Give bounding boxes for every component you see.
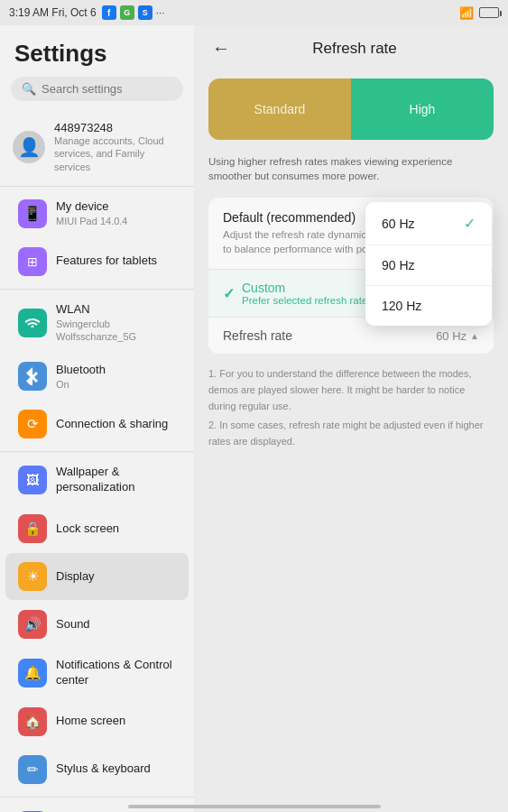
sidebar-item-sound[interactable]: 🔊 Sound xyxy=(5,601,189,648)
wlan-text: WLAN Swingerclub Wolfsschanze_5G xyxy=(56,302,176,343)
top-bar: ← Refresh rate xyxy=(194,25,508,71)
sidebar-item-bluetooth[interactable]: Bluetooth On xyxy=(5,353,189,400)
dropdown-check-icon: ✓ xyxy=(464,215,476,232)
bluetooth-icon xyxy=(18,362,47,391)
rate-description: Using higher refresh rates makes viewing… xyxy=(194,147,508,194)
account-item[interactable]: 👤 448973248 Manage accounts, Cloud servi… xyxy=(0,112,194,182)
sidebar-item-wlan[interactable]: WLAN Swingerclub Wolfsschanze_5G xyxy=(5,293,189,352)
status-right: 📶 xyxy=(459,6,499,20)
dropdown-120hz-label: 120 Hz xyxy=(382,299,421,313)
wifi-icon: 📶 xyxy=(459,6,474,20)
sidebar-item-my-device-text: My device MIUI Pad 14.0.4 xyxy=(56,199,128,227)
home-screen-label: Home screen xyxy=(56,714,125,729)
wlan-label: WLAN xyxy=(56,302,176,318)
facebook-icon: f xyxy=(102,5,116,20)
my-device-sub: MIUI Pad 14.0.4 xyxy=(56,215,128,227)
wallpaper-icon: 🖼 xyxy=(18,466,47,494)
display-label: Display xyxy=(56,569,95,585)
notes-section: 1. For you to understand the difference … xyxy=(194,357,508,458)
home-icon: 🏠 xyxy=(18,707,47,736)
search-input[interactable] xyxy=(42,82,172,96)
connection-icon: ⟳ xyxy=(18,410,47,438)
refresh-rate-row-label: Refresh rate xyxy=(223,328,292,343)
account-text: 448973248 Manage accounts, Cloud service… xyxy=(54,121,181,173)
custom-option-title: Custom xyxy=(242,281,367,295)
dropdown-item-60hz[interactable]: 60 Hz ✓ xyxy=(365,202,492,245)
display-icon: ☀ xyxy=(18,562,47,591)
right-panel: ← Refresh rate Standard High Using highe… xyxy=(194,25,508,812)
sidebar-item-stylus[interactable]: ✏ Stylus & keyboard xyxy=(5,746,189,793)
sound-label: Sound xyxy=(56,617,90,632)
chevron-up-icon: ▲ xyxy=(470,331,479,341)
refresh-rate-dropdown[interactable]: 60 Hz ✓ 90 Hz 120 Hz xyxy=(365,202,492,326)
sidebar-title: Settings xyxy=(0,25,194,77)
battery-icon xyxy=(479,7,499,18)
bluetooth-text: Bluetooth On xyxy=(56,363,106,391)
account-number: 448973248 xyxy=(54,121,181,134)
dropdown-60hz-label: 60 Hz xyxy=(382,217,415,231)
avatar: 👤 xyxy=(13,131,45,163)
refresh-rate-row-value: 60 Hz ▲ xyxy=(436,329,479,343)
divider xyxy=(0,186,194,187)
app-icon: S xyxy=(138,5,152,20)
sidebar-item-connection[interactable]: ⟳ Connection & sharing xyxy=(5,401,189,448)
sidebar-item-home-screen[interactable]: 🏠 Home screen xyxy=(5,698,189,745)
search-icon: 🔍 xyxy=(22,82,36,96)
back-button[interactable]: ← xyxy=(208,34,234,62)
more-icon: ··· xyxy=(156,6,165,19)
custom-check-icon: ✓ xyxy=(223,285,235,302)
rate-high-segment: High xyxy=(351,78,494,140)
page-title: Refresh rate xyxy=(243,40,466,58)
sidebar-item-display[interactable]: ☀ Display xyxy=(5,553,189,600)
rate-high-label: High xyxy=(410,102,436,116)
dropdown-item-90hz[interactable]: 90 Hz xyxy=(365,245,492,286)
refresh-rate-current: 60 Hz xyxy=(436,329,466,343)
sidebar-item-notifications[interactable]: 🔔 Notifications & Control center xyxy=(5,649,189,697)
notifications-icon: 🔔 xyxy=(18,659,47,687)
sidebar-item-lock-screen[interactable]: 🔒 Lock screen xyxy=(5,505,189,552)
status-time: 3:19 AM Fri, Oct 6 xyxy=(9,6,97,19)
wallpaper-label: Wallpaper & personalization xyxy=(56,465,176,495)
wlan-icon xyxy=(18,309,47,337)
wlan-sub: Swingerclub Wolfsschanze_5G xyxy=(56,318,176,344)
sound-icon: 🔊 xyxy=(18,610,47,639)
account-sub: Manage accounts, Cloud services, and Fam… xyxy=(54,134,181,173)
google-icon: G xyxy=(120,5,134,20)
dropdown-90hz-label: 90 Hz xyxy=(382,258,415,272)
my-device-label: My device xyxy=(56,199,128,215)
search-box[interactable]: 🔍 xyxy=(11,77,183,101)
divider3 xyxy=(0,451,194,452)
status-bar: 3:19 AM Fri, Oct 6 f G S ··· 📶 xyxy=(0,0,508,25)
sidebar-item-my-device[interactable]: 📱 My device MIUI Pad 14.0.4 xyxy=(5,190,189,237)
lock-screen-label: Lock screen xyxy=(56,521,119,537)
notifications-label: Notifications & Control center xyxy=(56,658,176,688)
sidebar-item-features-tablets[interactable]: ⊞ Features for tablets xyxy=(5,238,189,285)
features-tablets-label: Features for tablets xyxy=(56,254,157,269)
custom-option-sub: Prefer selected refresh rate xyxy=(242,295,367,306)
rate-standard-segment: Standard xyxy=(208,78,351,140)
rate-standard-label: Standard xyxy=(254,102,306,116)
bluetooth-label: Bluetooth xyxy=(56,363,106,378)
scroll-indicator xyxy=(128,805,381,808)
status-app-icons: f G S ··· xyxy=(102,5,165,20)
features-tablets-icon: ⊞ xyxy=(18,247,47,276)
sidebar-item-wallpaper[interactable]: 🖼 Wallpaper & personalization xyxy=(5,456,189,504)
divider4 xyxy=(0,797,194,798)
stylus-label: Stylus & keyboard xyxy=(56,761,151,777)
dropdown-item-120hz[interactable]: 120 Hz xyxy=(365,286,492,326)
divider2 xyxy=(0,289,194,290)
lock-icon: 🔒 xyxy=(18,514,47,543)
note-2: 2. In some cases, refresh rate might be … xyxy=(208,418,494,449)
bluetooth-sub: On xyxy=(56,378,106,391)
note-1: 1. For you to understand the difference … xyxy=(208,366,494,414)
sidebar: Settings 🔍 👤 448973248 Manage accounts, … xyxy=(0,25,194,812)
my-device-icon: 📱 xyxy=(18,199,47,228)
connection-label: Connection & sharing xyxy=(56,417,168,432)
custom-text: Custom Prefer selected refresh rate xyxy=(242,281,367,306)
refresh-rate-slider[interactable]: Standard High xyxy=(208,78,494,140)
stylus-icon: ✏ xyxy=(18,755,47,784)
